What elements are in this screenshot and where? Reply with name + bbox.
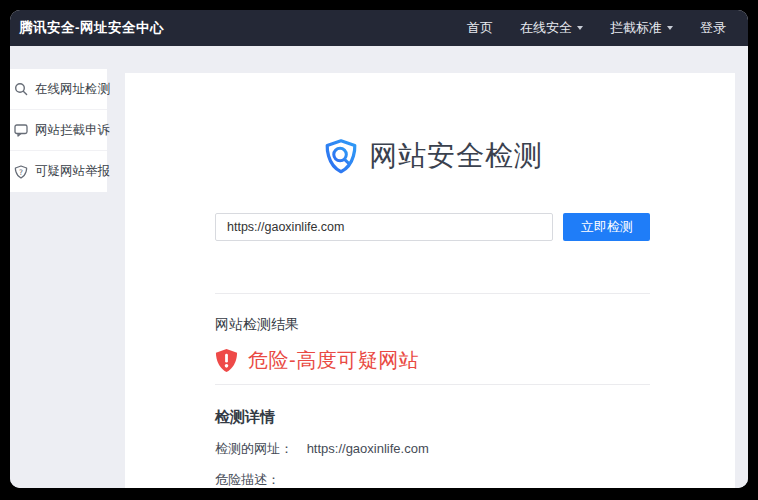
sidebar-item-block-appeal[interactable]: 网站拦截申诉 [10,110,107,151]
page-body: 在线网址检测 网站拦截申诉 ? 可疑网站举报 [10,46,748,488]
details-heading: 检测详情 [215,408,650,427]
browser-window: 腾讯安全-网址安全中心 首页 在线安全 拦截标准 登录 [10,10,748,488]
main-content: 网站安全检测 立即检测 网站检测结果 危险-高度可疑网站 [125,73,735,488]
hero-header: 网站安全检测 [215,73,650,175]
detected-url-value: https://gaoxinlife.com [307,441,429,456]
nav-item-online-security[interactable]: 在线安全 [520,19,583,37]
verdict-row: 危险-高度可疑网站 [215,347,650,373]
detected-url-line: 检测的网址： https://gaoxinlife.com [215,440,650,458]
chat-bubble-icon [14,123,28,137]
nav-item-label: 在线安全 [520,19,572,37]
chevron-down-icon [577,26,583,30]
main-panel: 网站安全检测 立即检测 网站检测结果 危险-高度可疑网站 [125,73,735,488]
site-title: 腾讯安全-网址安全中心 [19,19,164,37]
top-navbar: 腾讯安全-网址安全中心 首页 在线安全 拦截标准 登录 [10,10,748,46]
sidebar-item-label: 在线网址检测 [35,81,110,98]
url-input[interactable] [215,213,553,241]
nav-item-home[interactable]: 首页 [467,19,493,37]
nav-item-label: 首页 [467,19,493,37]
page-title: 网站安全检测 [369,137,543,175]
sidebar-item-report-site[interactable]: ? 可疑网站举报 [10,151,107,192]
sidebar: 在线网址检测 网站拦截申诉 ? 可疑网站举报 [10,69,107,192]
danger-shield-icon [215,348,238,373]
sidebar-item-label: 可疑网站举报 [35,163,110,180]
search-row: 立即检测 [215,213,650,241]
result-heading: 网站检测结果 [215,316,650,334]
shield-magnifier-logo [322,137,360,175]
report-badge-icon: ? [14,165,28,179]
detected-url-label: 检测的网址： [215,441,293,456]
nav-item-login[interactable]: 登录 [700,19,726,37]
nav-menu: 首页 在线安全 拦截标准 登录 [467,19,726,37]
sidebar-item-url-check[interactable]: 在线网址检测 [10,69,107,110]
nav-item-label: 登录 [700,19,726,37]
svg-text:?: ? [19,167,23,176]
nav-item-label: 拦截标准 [610,19,662,37]
section-divider [215,384,650,385]
section-divider [215,293,650,294]
risk-description-label: 危险描述： [215,471,650,488]
nav-item-block-standard[interactable]: 拦截标准 [610,19,673,37]
verdict-text: 危险-高度可疑网站 [248,347,419,374]
search-icon [14,82,28,96]
check-now-button[interactable]: 立即检测 [563,213,650,241]
sidebar-item-label: 网站拦截申诉 [35,122,110,139]
chevron-down-icon [667,26,673,30]
